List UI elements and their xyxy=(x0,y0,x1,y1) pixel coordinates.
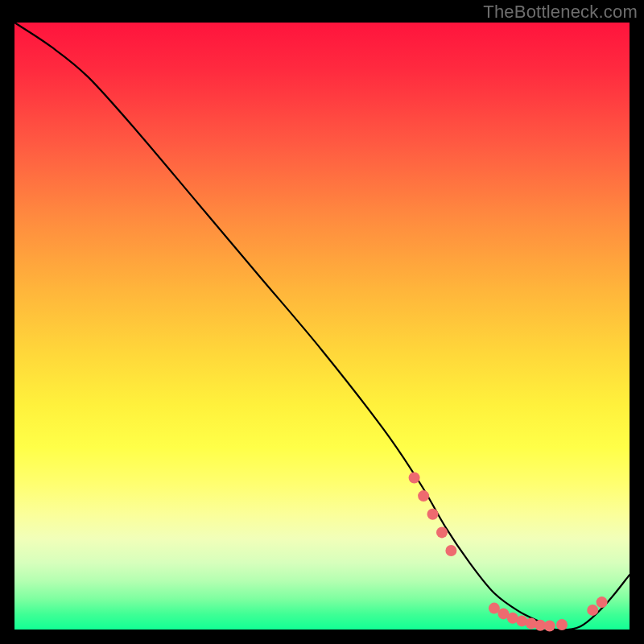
highlight-dot xyxy=(436,526,448,538)
highlight-dot xyxy=(587,605,598,616)
highlight-dot xyxy=(418,490,429,502)
highlight-dot xyxy=(445,545,456,556)
highlight-dot xyxy=(556,619,568,630)
bottleneck-curve xyxy=(14,23,630,630)
chart-frame: TheBottleneck.com xyxy=(0,0,644,644)
highlight-dot xyxy=(409,473,420,484)
curve-layer xyxy=(14,23,630,630)
highlight-dot xyxy=(597,597,608,608)
highlight-dot xyxy=(427,509,439,520)
watermark-text: TheBottleneck.com xyxy=(483,2,638,23)
highlight-dots xyxy=(409,473,608,632)
plot-area xyxy=(14,23,630,630)
highlight-dot xyxy=(544,621,555,632)
